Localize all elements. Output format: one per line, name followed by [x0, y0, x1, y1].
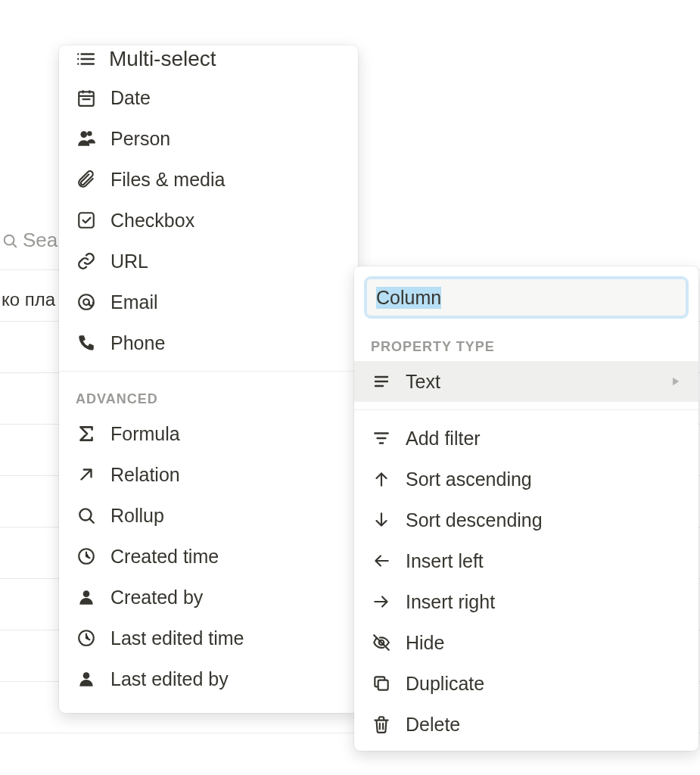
property-type-label: Text [406, 371, 440, 393]
property-type-selected[interactable]: Text [354, 361, 698, 402]
advanced-section-label: ADVANCED [59, 379, 358, 413]
column-action-delete[interactable]: Delete [354, 704, 698, 745]
column-action-sort-descending[interactable]: Sort descending [354, 500, 698, 540]
clock-icon [76, 546, 97, 567]
menu-item-label: Checkbox [110, 210, 194, 232]
menu-item-label: Sort ascending [406, 468, 532, 490]
at-icon [76, 291, 97, 313]
user-icon [76, 668, 97, 689]
menu-item-label: Last edited by [110, 668, 229, 690]
type-option-files-media[interactable]: Files & media [59, 159, 358, 200]
column-action-hide[interactable]: Hide [354, 622, 698, 663]
menu-item-label: Created time [110, 546, 219, 568]
calendar-icon [76, 87, 97, 108]
menu-divider [59, 371, 358, 372]
type-option-url[interactable]: URL [59, 241, 358, 282]
menu-item-label: Rollup [110, 505, 164, 527]
eye-off-icon [371, 632, 392, 653]
search-icon [76, 505, 97, 526]
menu-item-label: Add filter [406, 428, 481, 450]
type-option-email[interactable]: Email [59, 282, 358, 322]
menu-item-label: Relation [110, 464, 180, 486]
menu-item-label: Insert left [406, 550, 484, 572]
type-option-checkbox[interactable]: Checkbox [59, 200, 358, 241]
menu-item-label: Multi-select [109, 47, 216, 71]
table-cell-text: ко пла [0, 289, 55, 310]
list-icon [76, 49, 95, 69]
menu-item-label: Email [110, 291, 158, 313]
trash-icon [371, 714, 392, 735]
menu-item-label: URL [110, 251, 148, 272]
paperclip-icon [76, 169, 97, 190]
duplicate-icon [371, 673, 392, 694]
menu-item-label: Formula [110, 423, 180, 445]
column-action-insert-left[interactable]: Insert left [354, 540, 698, 581]
sigma-icon [76, 423, 97, 444]
column-action-insert-right[interactable]: Insert right [354, 581, 698, 622]
arrow-left-icon [371, 550, 392, 571]
arrow-up-icon [371, 468, 392, 490]
menu-item-label: Insert right [406, 591, 495, 613]
menu-item-label: Last edited time [110, 627, 244, 649]
menu-item-label: Phone [110, 332, 165, 354]
column-menu-popover: PROPERTY TYPE Text Add filterSort ascend… [354, 266, 698, 751]
property-type-section-label: PROPERTY TYPE [354, 327, 698, 361]
text-icon [371, 371, 392, 392]
type-option-last-edited-time[interactable]: Last edited time [59, 618, 358, 658]
type-option-rollup[interactable]: Rollup [59, 495, 358, 536]
filter-icon [371, 428, 392, 449]
menu-item-label: Hide [406, 632, 444, 654]
search-label: Sea [23, 229, 58, 252]
type-option-relation[interactable]: Relation [59, 454, 358, 495]
arrow-ne-icon [76, 464, 97, 485]
type-option-person[interactable]: Person [59, 118, 358, 159]
type-option-date[interactable]: Date [59, 77, 358, 118]
user-icon [76, 587, 97, 608]
menu-divider [354, 409, 698, 410]
column-action-add-filter[interactable]: Add filter [354, 418, 698, 459]
property-type-popover: Multi-select DatePersonFiles & mediaChec… [59, 45, 358, 713]
menu-item-label: Created by [110, 587, 203, 608]
clock-icon [76, 627, 97, 649]
column-action-duplicate[interactable]: Duplicate [354, 663, 698, 704]
link-icon [76, 251, 97, 272]
type-option-created-time[interactable]: Created time [59, 536, 358, 577]
checkbox-icon [76, 210, 97, 231]
person-icon [76, 128, 97, 149]
search-background: Sea [0, 229, 58, 252]
menu-item-label: Person [110, 128, 170, 150]
menu-item-multiselect[interactable]: Multi-select [59, 47, 358, 77]
menu-item-label: Files & media [110, 169, 225, 191]
column-action-sort-ascending[interactable]: Sort ascending [354, 459, 698, 500]
arrow-right-icon [371, 591, 392, 612]
menu-item-label: Date [110, 87, 151, 109]
menu-item-label: Duplicate [406, 673, 484, 695]
type-option-formula[interactable]: Formula [59, 413, 358, 454]
type-option-phone[interactable]: Phone [59, 322, 358, 363]
chevron-right-icon [668, 375, 682, 388]
type-option-last-edited-by[interactable]: Last edited by [59, 658, 358, 699]
type-option-created-by[interactable]: Created by [59, 577, 358, 618]
column-name-input[interactable] [366, 279, 686, 316]
menu-item-label: Sort descending [406, 509, 543, 531]
phone-icon [76, 332, 97, 353]
menu-item-label: Delete [406, 714, 460, 736]
search-icon [2, 232, 18, 249]
arrow-down-icon [371, 509, 392, 531]
